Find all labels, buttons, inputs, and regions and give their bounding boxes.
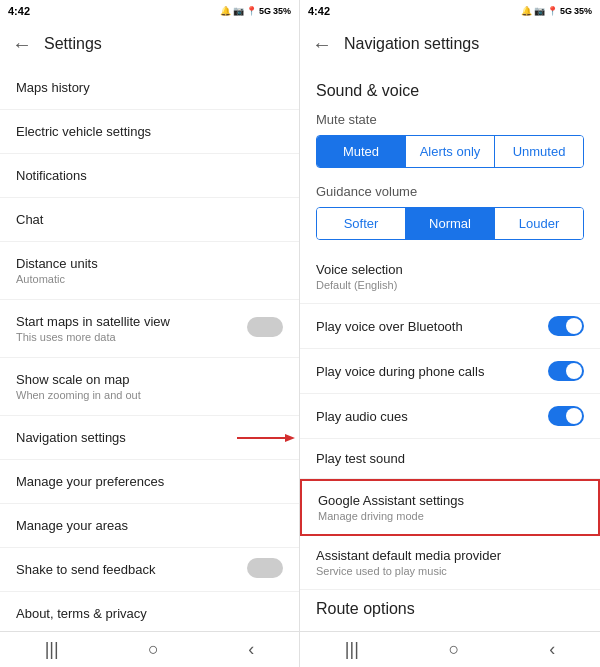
menu-item-manage-areas[interactable]: Manage your areas [0,504,299,548]
menu-item-scale-on-map[interactable]: Show scale on map When zooming in and ou… [0,358,299,416]
bluetooth-row[interactable]: Play voice over Bluetooth [300,304,600,349]
time-right: 4:42 [308,5,330,17]
satellite-toggle[interactable] [247,317,283,341]
nav-recent-icon-right[interactable]: ||| [345,639,359,660]
sound-voice-section-title: Sound & voice [300,74,600,106]
back-button-right[interactable]: ← [312,33,332,56]
menu-item-chat[interactable]: Chat [0,198,299,242]
right-panel: 4:42 🔔 📷 📍 5G 35% ← Navigation settings … [300,0,600,667]
assistant-media-label: Assistant default media provider [316,548,501,563]
shake-toggle[interactable] [247,558,283,582]
avoid-highways-row[interactable]: Avoid highways [300,624,600,631]
seg-btn-muted[interactable]: Muted [317,136,406,167]
right-panel-title: Navigation settings [344,35,479,53]
svg-marker-1 [285,434,295,442]
assistant-media-sublabel: Service used to play music [316,565,501,577]
seg-btn-louder[interactable]: Louder [495,208,583,239]
voice-selection-row[interactable]: Voice selection Default (English) [300,250,600,304]
nav-home-icon[interactable]: ○ [148,639,159,660]
assistant-media-row[interactable]: Assistant default media provider Service… [300,536,600,590]
seg-btn-normal[interactable]: Normal [406,208,495,239]
bottom-nav-right: ||| ○ ‹ [300,631,600,667]
voice-selection-value: Default (English) [316,279,403,291]
test-sound-label: Play test sound [316,451,405,466]
audio-cues-label: Play audio cues [316,409,408,424]
guidance-volume-control: Softer Normal Louder [316,207,584,240]
menu-item-electric-vehicle[interactable]: Electric vehicle settings [0,110,299,154]
settings-menu-list: Maps history Electric vehicle settings N… [0,66,299,631]
seg-btn-unmuted[interactable]: Unmuted [495,136,583,167]
phone-calls-toggle[interactable] [548,361,584,381]
nav-back-icon[interactable]: ‹ [248,639,254,660]
audio-cues-row[interactable]: Play audio cues [300,394,600,439]
seg-btn-softer[interactable]: Softer [317,208,406,239]
menu-item-about-terms[interactable]: About, terms & privacy [0,592,299,631]
bluetooth-label: Play voice over Bluetooth [316,319,463,334]
nav-home-icon-right[interactable]: ○ [449,639,460,660]
bluetooth-toggle[interactable] [548,316,584,336]
left-panel-title: Settings [44,35,102,53]
menu-item-navigation-settings[interactable]: Navigation settings [0,416,299,460]
status-icons-left: 🔔 📷 📍 5G 35% [220,6,291,16]
guidance-volume-label: Guidance volume [300,178,600,203]
status-bar-right: 4:42 🔔 📷 📍 5G 35% [300,0,600,22]
menu-item-maps-history[interactable]: Maps history [0,66,299,110]
phone-calls-row[interactable]: Play voice during phone calls [300,349,600,394]
audio-cues-toggle[interactable] [548,406,584,426]
test-sound-row[interactable]: Play test sound [300,439,600,479]
top-bar-right: ← Navigation settings [300,22,600,66]
nav-recent-icon[interactable]: ||| [45,639,59,660]
mute-state-control: Muted Alerts only Unmuted [316,135,584,168]
back-button-left[interactable]: ← [12,33,32,56]
top-bar-left: ← Settings [0,22,299,66]
nav-back-icon-right[interactable]: ‹ [549,639,555,660]
google-assistant-label: Google Assistant settings [318,493,464,508]
time-left: 4:42 [8,5,30,17]
nav-settings-content: Sound & voice Mute state Muted Alerts on… [300,66,600,631]
menu-item-manage-preferences[interactable]: Manage your preferences [0,460,299,504]
menu-item-notifications[interactable]: Notifications [0,154,299,198]
menu-item-shake-feedback[interactable]: Shake to send feedback [0,548,299,592]
bottom-nav-left: ||| ○ ‹ [0,631,299,667]
seg-btn-alerts-only[interactable]: Alerts only [406,136,495,167]
status-bar-left: 4:42 🔔 📷 📍 5G 35% [0,0,299,22]
phone-calls-label: Play voice during phone calls [316,364,484,379]
left-panel: 4:42 🔔 📷 📍 5G 35% ← Settings Maps histor… [0,0,300,667]
menu-item-satellite-view[interactable]: Start maps in satellite view This uses m… [0,300,299,358]
voice-selection-label: Voice selection [316,262,403,277]
mute-state-label: Mute state [300,106,600,131]
menu-item-distance-units[interactable]: Distance units Automatic [0,242,299,300]
route-options-title: Route options [300,590,600,624]
status-icons-right: 🔔 📷 📍 5G 35% [521,6,592,16]
google-assistant-row[interactable]: Google Assistant settings Manage driving… [300,479,600,536]
google-assistant-sublabel: Manage driving mode [318,510,464,522]
